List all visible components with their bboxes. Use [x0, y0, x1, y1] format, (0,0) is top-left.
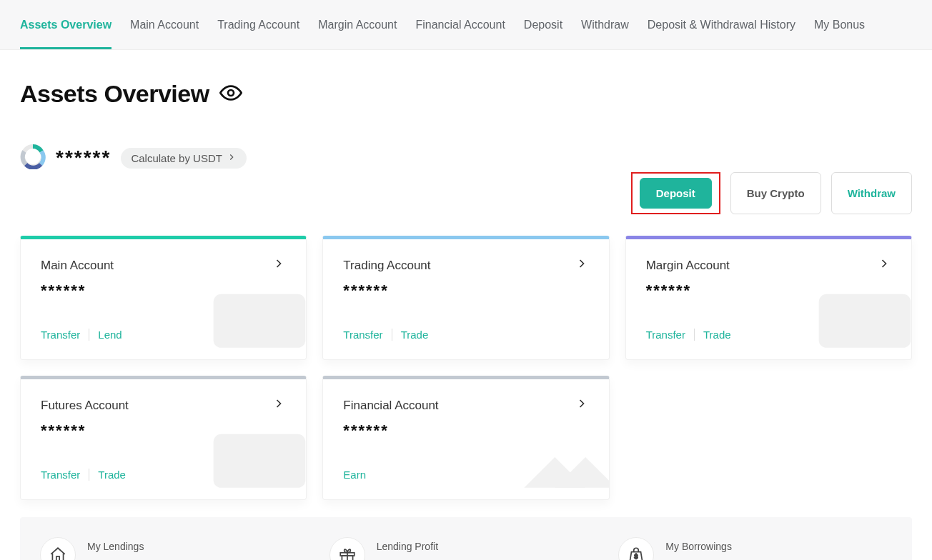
card-balance: ****** [343, 281, 588, 300]
chevron-right-icon [575, 256, 589, 274]
card-bg-icon [206, 271, 307, 360]
tab-margin-account[interactable]: Margin Account [318, 0, 397, 49]
card-title: Financial Account [343, 399, 438, 413]
card-link-transfer[interactable]: Transfer [343, 329, 391, 341]
card-main-account[interactable]: Main Account ****** Transfer Lend [20, 236, 307, 360]
svg-rect-7 [56, 556, 59, 560]
svg-rect-4 [214, 434, 306, 488]
card-link-trade[interactable]: Trade [694, 329, 740, 341]
card-link-lend[interactable]: Lend [89, 329, 130, 341]
tab-main-account[interactable]: Main Account [130, 0, 199, 49]
card-title: Futures Account [41, 399, 129, 413]
svg-point-0 [228, 90, 234, 96]
withdraw-button[interactable]: Withdraw [831, 172, 912, 214]
card-title: Main Account [41, 259, 114, 273]
svg-rect-3 [819, 294, 911, 348]
stat-label: Lending Profit [377, 541, 438, 552]
tabs-bar: Assets Overview Main Account Trading Acc… [0, 0, 932, 50]
tab-withdraw[interactable]: Withdraw [581, 0, 629, 49]
stat-label: My Borrowings [665, 541, 732, 552]
buy-crypto-button[interactable]: Buy Crypto [730, 172, 821, 214]
card-link-transfer[interactable]: Transfer [41, 329, 89, 341]
card-title: Margin Account [646, 259, 730, 273]
tab-assets-overview[interactable]: Assets Overview [20, 0, 111, 49]
svg-rect-2 [214, 294, 306, 348]
tab-financial-account[interactable]: Financial Account [415, 0, 505, 49]
tab-trading-account[interactable]: Trading Account [217, 0, 299, 49]
stats-strip: My Lendings ****** Lending Profit ******… [20, 517, 912, 560]
chevron-right-icon [227, 152, 237, 164]
card-futures-account[interactable]: Futures Account ****** Transfer Trade [20, 376, 307, 500]
bag-icon: $ [618, 537, 654, 560]
stat-borrowings[interactable]: $ My Borrowings ****** [618, 526, 892, 560]
card-bg-icon [206, 411, 307, 500]
card-financial-account[interactable]: Financial Account ****** Earn [322, 376, 609, 500]
house-icon [40, 537, 76, 560]
donut-icon [20, 144, 46, 172]
card-bg-icon [811, 271, 912, 360]
stat-lending-profit[interactable]: Lending Profit ****** [329, 526, 603, 560]
card-bg-icon [509, 411, 610, 500]
deposit-highlight: Deposit [631, 172, 720, 214]
stat-lendings[interactable]: My Lendings ****** [40, 526, 314, 560]
page-title: Assets Overview [20, 80, 209, 108]
tab-bonus[interactable]: My Bonus [814, 0, 865, 49]
calculate-by-chip[interactable]: Calculate by USDT [121, 148, 247, 169]
card-title: Trading Account [343, 259, 430, 273]
total-balance: ****** [56, 146, 111, 169]
card-link-transfer[interactable]: Transfer [646, 329, 694, 341]
card-trading-account[interactable]: Trading Account ****** Transfer Trade [322, 236, 609, 360]
stat-label: My Lendings [87, 541, 144, 552]
tab-deposit[interactable]: Deposit [524, 0, 562, 49]
card-link-trade[interactable]: Trade [89, 469, 134, 481]
svg-text:$: $ [635, 553, 638, 560]
card-link-transfer[interactable]: Transfer [41, 469, 89, 481]
actions-row: Deposit Buy Crypto Withdraw [20, 172, 912, 214]
card-link-earn[interactable]: Earn [343, 469, 375, 481]
tab-history[interactable]: Deposit & Withdrawal History [648, 0, 795, 49]
gift-icon [329, 537, 365, 560]
calculate-by-label: Calculate by USDT [131, 152, 222, 164]
deposit-button[interactable]: Deposit [640, 178, 712, 209]
account-cards: Main Account ****** Transfer Lend Tradin… [20, 236, 912, 500]
page: Assets Overview ****** Calculate by USDT [0, 50, 932, 560]
card-link-trade[interactable]: Trade [392, 329, 437, 341]
card-margin-account[interactable]: Margin Account ****** Transfer Trade [625, 236, 912, 360]
visibility-toggle-icon[interactable] [219, 81, 242, 107]
